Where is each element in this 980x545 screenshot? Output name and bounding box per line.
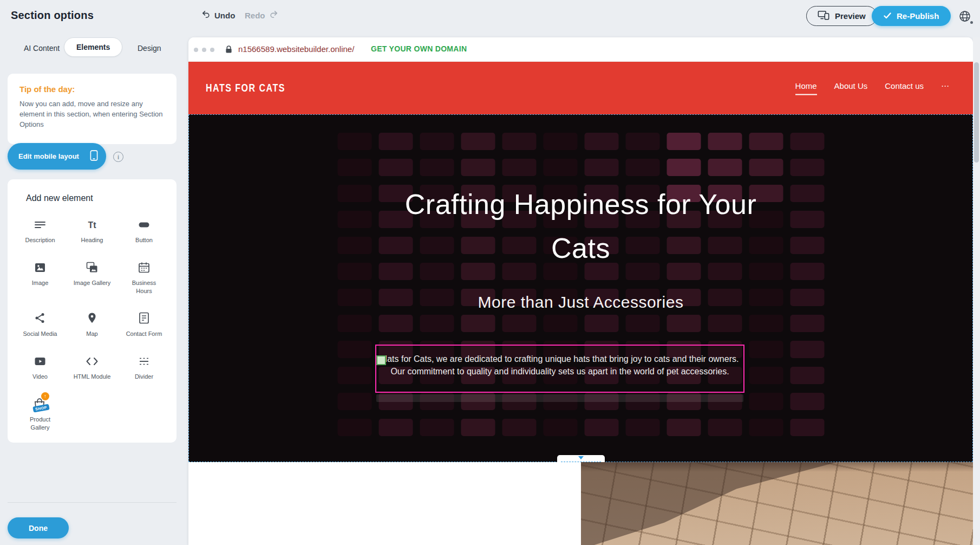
tip-card: Tip of the day: Now you can add, move an… (8, 74, 177, 144)
hero-tile (420, 133, 454, 150)
redo-label: Redo (245, 11, 265, 20)
nav-more-icon[interactable]: ⋯ (941, 81, 949, 95)
tip-body: Now you can add, move and resize any ele… (19, 99, 165, 130)
hero-tile (790, 315, 824, 332)
element-grid: Description Tt Heading Button Image Imag… (14, 217, 170, 431)
selected-text-element[interactable]: Hats for Cats, we are dedicated to craft… (375, 345, 744, 393)
hero-tile (543, 133, 577, 150)
element-heading[interactable]: Tt Heading (66, 217, 118, 244)
element-description[interactable]: Description (14, 217, 66, 244)
hero-tile (749, 341, 783, 358)
hero-tile (790, 419, 824, 436)
description-icon (34, 217, 47, 232)
hero-tile (378, 159, 413, 176)
shop-bag-icon: SHOP ↑ (32, 397, 48, 411)
premium-upgrade-icon: ↑ (41, 392, 49, 400)
hero-tile (461, 159, 495, 176)
element-html-module[interactable]: HTML Module (66, 354, 118, 380)
edit-mobile-layout-button[interactable]: Edit mobile layout (8, 143, 106, 170)
hero-tile (502, 315, 536, 332)
get-domain-link[interactable]: GET YOUR OWN DOMAIN (371, 44, 467, 53)
element-video[interactable]: Video (14, 354, 66, 380)
site-header: HATS FOR CATS Home About Us Contact us ⋯ (188, 62, 973, 114)
redo-button[interactable]: Redo (245, 10, 278, 21)
window-dot-icon (202, 48, 206, 52)
hero-tile (461, 133, 495, 150)
element-business-hours[interactable]: Business Hours (118, 260, 170, 295)
hero-tile (337, 315, 371, 332)
element-social-media[interactable]: Social Media (14, 311, 66, 338)
element-image-gallery[interactable]: Image Gallery (66, 260, 118, 295)
done-button[interactable]: Done (8, 517, 69, 538)
hero-section-selected[interactable]: Crafting Happiness for Your Cats More th… (188, 114, 973, 462)
hero-tile (667, 315, 701, 332)
tab-elements[interactable]: Elements (64, 37, 122, 57)
check-icon (884, 11, 891, 21)
info-icon[interactable]: i (113, 152, 123, 162)
hero-tile (337, 133, 371, 150)
drag-handle[interactable] (376, 355, 386, 365)
page-title: Section options (11, 9, 94, 22)
redo-icon (269, 10, 278, 21)
site-logo[interactable]: HATS FOR CATS (206, 82, 285, 94)
hero-tile (378, 133, 413, 150)
hero-subheading[interactable]: More than Just Accessories (188, 293, 973, 312)
scrollbar-thumb[interactable] (974, 62, 979, 163)
preview-scrollbar[interactable] (973, 37, 980, 545)
preview-button[interactable]: Preview (806, 6, 877, 26)
form-icon (138, 311, 151, 326)
element-map[interactable]: Map (66, 311, 118, 338)
republish-label: Re-Publish (897, 11, 939, 21)
next-section[interactable] (188, 462, 973, 545)
hero-tile (584, 419, 618, 436)
edit-mobile-label: Edit mobile layout (18, 152, 79, 160)
hero-tile (790, 393, 824, 410)
republish-button[interactable]: Re-Publish (872, 6, 951, 26)
code-icon (86, 354, 99, 368)
photo-shadow (581, 462, 973, 545)
floor-tiles-photo (581, 462, 973, 545)
hero-tile (625, 315, 659, 332)
tab-ai-content[interactable]: AI Content (21, 43, 63, 53)
phone-icon (90, 150, 98, 163)
undo-button[interactable]: Undo (201, 10, 235, 21)
element-image[interactable]: Image (14, 260, 66, 295)
hero-tile (790, 341, 824, 358)
element-product-gallery[interactable]: SHOP ↑ Product Gallery (14, 397, 66, 431)
photo-top-shadow (581, 462, 973, 472)
undo-icon (201, 10, 211, 21)
hero-tile (378, 419, 413, 436)
nav-about-us[interactable]: About Us (834, 81, 868, 95)
add-element-title: Add new element (14, 193, 170, 203)
hero-tile (749, 367, 783, 384)
sidebar-divider (8, 502, 177, 503)
hero-tile (790, 367, 824, 384)
hero-tile (420, 315, 454, 332)
element-contact-form[interactable]: Contact Form (118, 311, 170, 338)
element-divider[interactable]: Divider (118, 354, 170, 380)
hero-tile (337, 159, 371, 176)
divider-icon (138, 354, 151, 368)
hero-heading[interactable]: Crafting Happiness for Your Cats (188, 183, 973, 270)
tab-design[interactable]: Design (134, 43, 165, 53)
tip-title: Tip of the day: (19, 85, 165, 94)
site-preview-window: n1566589.websitebuilder.online/ GET YOUR… (188, 37, 973, 545)
hero-tile (749, 419, 783, 436)
arrow-down-icon (578, 456, 584, 459)
devices-icon (818, 10, 829, 22)
hero-tile (420, 159, 454, 176)
hero-tile (543, 315, 577, 332)
hero-tile (502, 419, 536, 436)
map-pin-icon (86, 311, 99, 326)
nav-contact-us[interactable]: Contact us (885, 81, 924, 95)
hero-tile (749, 133, 783, 150)
hero-tile (584, 159, 618, 176)
language-globe-button[interactable] (955, 7, 975, 26)
site-url: n1566589.websitebuilder.online/ (238, 44, 354, 54)
element-button[interactable]: Button (118, 217, 170, 244)
share-icon (34, 311, 47, 326)
nav-home[interactable]: Home (795, 81, 817, 95)
browser-chrome: n1566589.websitebuilder.online/ GET YOUR… (188, 37, 973, 62)
hero-tile (625, 159, 659, 176)
hero-tile (337, 393, 371, 410)
